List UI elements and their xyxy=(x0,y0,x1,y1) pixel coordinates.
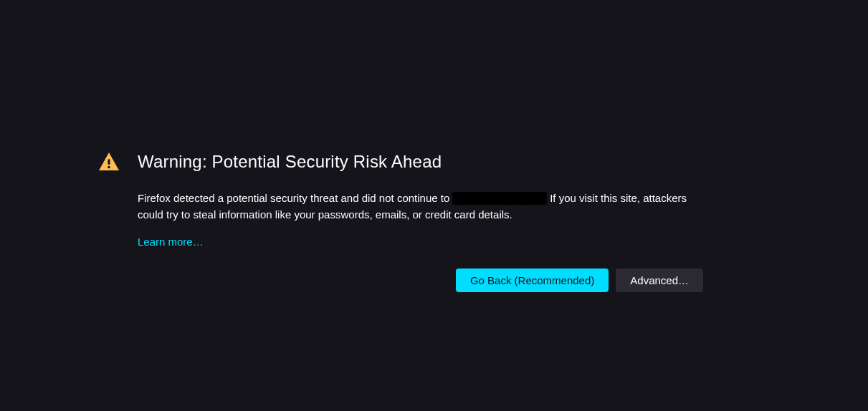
warning-body: Firefox detected a potential security th… xyxy=(138,190,703,223)
warning-triangle-icon xyxy=(97,150,120,173)
warning-content: Firefox detected a potential security th… xyxy=(97,190,703,292)
security-warning-page: Warning: Potential Security Risk Ahead F… xyxy=(0,0,868,292)
svg-point-1 xyxy=(108,166,110,169)
svg-rect-0 xyxy=(108,159,110,165)
warning-header: Warning: Potential Security Risk Ahead xyxy=(97,150,703,173)
go-back-button[interactable]: Go Back (Recommended) xyxy=(456,269,609,292)
warning-title: Warning: Potential Security Risk Ahead xyxy=(138,152,442,172)
learn-more-link[interactable]: Learn more… xyxy=(138,236,204,248)
warning-body-part1: Firefox detected a potential security th… xyxy=(138,192,452,204)
button-row: Go Back (Recommended) Advanced… xyxy=(138,269,703,292)
redacted-hostname: ████████████ xyxy=(452,192,547,204)
advanced-button[interactable]: Advanced… xyxy=(616,269,703,292)
